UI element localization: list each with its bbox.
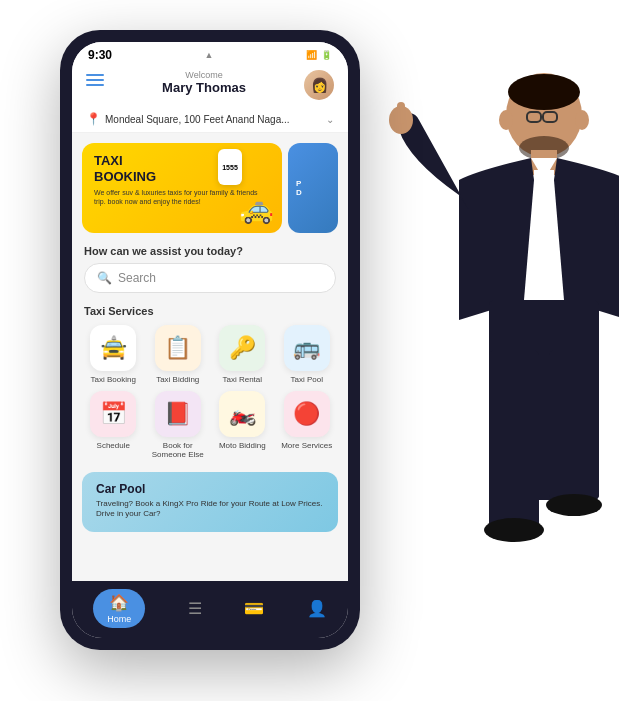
schedule-label: Schedule — [97, 441, 130, 451]
service-moto-bidding[interactable]: 🏍️ Moto Bidding — [213, 391, 272, 460]
user-name: Mary Thomas — [104, 80, 304, 95]
menu-line-1 — [86, 74, 104, 76]
taxi-booking-banner[interactable]: TAXIBOOKING We offer suv & luxuries taxi… — [82, 143, 282, 233]
schedule-icon: 📅 — [100, 401, 127, 427]
book-someone-icon: 📕 — [164, 401, 191, 427]
taxi-booking-icon-box: 🚖 — [90, 325, 136, 371]
carpool-title: Car Pool — [96, 482, 324, 496]
service-taxi-bidding[interactable]: 📋 Taxi Bidding — [149, 325, 208, 385]
location-pin-icon: 📍 — [86, 112, 101, 126]
svg-rect-11 — [534, 170, 554, 300]
avatar-emoji: 👩 — [311, 77, 328, 93]
book-someone-label: Book for Someone Else — [149, 441, 208, 460]
welcome-text: Welcome — [104, 70, 304, 80]
nav-list-icon: ☰ — [188, 599, 202, 618]
moto-bidding-icon-box: 🏍️ — [219, 391, 265, 437]
battery-icon: 🔋 — [321, 50, 332, 60]
service-book-someone-else[interactable]: 📕 Book for Someone Else — [149, 391, 208, 460]
header-center: Welcome Mary Thomas — [104, 70, 304, 95]
menu-button[interactable] — [86, 74, 104, 86]
taxi-booking-icon: 🚖 — [100, 335, 127, 361]
search-placeholder: Search — [118, 271, 156, 285]
home-icon: 🏠 — [109, 593, 129, 612]
phone-outer-shell: 9:30 ▲ 📶 🔋 Welcome Mary Thomas — [60, 30, 360, 650]
moto-bidding-label: Moto Bidding — [219, 441, 266, 451]
assist-title: How can we assist you today? — [84, 245, 336, 257]
taxi-rental-icon: 🔑 — [229, 335, 256, 361]
app-header: Welcome Mary Thomas 👩 — [72, 64, 348, 108]
taxi-pool-label: Taxi Pool — [291, 375, 323, 385]
nav-wallet-icon: 💳 — [244, 599, 264, 618]
nav-home[interactable]: 🏠 Home — [93, 589, 145, 628]
nav-home-label: Home — [107, 614, 131, 624]
taxi-booking-label: Taxi Booking — [91, 375, 136, 385]
search-icon: 🔍 — [97, 271, 112, 285]
svg-point-15 — [484, 518, 544, 542]
menu-line-3 — [86, 84, 104, 86]
services-grid: 🚖 Taxi Booking 📋 Taxi Bidding — [84, 325, 336, 460]
taxi-rental-icon-box: 🔑 — [219, 325, 265, 371]
banner-row: TAXIBOOKING We offer suv & luxuries taxi… — [72, 133, 348, 239]
service-more[interactable]: 🔴 More Services — [278, 391, 337, 460]
svg-point-16 — [546, 494, 602, 516]
carpool-banner[interactable]: Car Pool Traveling? Book a KingX Pro Rid… — [82, 472, 338, 532]
bottom-nav: 🏠 Home ☰ 💳 👤 — [72, 581, 348, 638]
wifi-icon: 📶 — [306, 50, 317, 60]
mini-phone-graphic: 1555 — [218, 149, 242, 185]
services-title: Taxi Services — [84, 305, 336, 317]
taxi-pool-icon: 🚌 — [293, 335, 320, 361]
service-taxi-booking[interactable]: 🚖 Taxi Booking — [84, 325, 143, 385]
menu-line-2 — [86, 79, 104, 81]
svg-rect-13 — [489, 350, 539, 530]
status-bar: 9:30 ▲ 📶 🔋 — [72, 42, 348, 64]
phone-screen: 9:30 ▲ 📶 🔋 Welcome Mary Thomas — [72, 42, 348, 638]
service-taxi-pool[interactable]: 🚌 Taxi Pool — [278, 325, 337, 385]
scroll-content: TAXIBOOKING We offer suv & luxuries taxi… — [72, 133, 348, 581]
more-services-icon: 🔴 — [293, 401, 320, 427]
taxi-car-icon: 🚕 — [239, 192, 274, 225]
service-schedule[interactable]: 📅 Schedule — [84, 391, 143, 460]
nav-profile[interactable]: 👤 — [307, 599, 327, 618]
businessman-figure — [349, 0, 619, 701]
svg-rect-19 — [397, 102, 405, 124]
status-arrow: ▲ — [205, 50, 214, 60]
nav-menu[interactable]: ☰ — [188, 599, 202, 618]
promo-letter-p: P — [296, 179, 330, 188]
svg-rect-14 — [549, 350, 599, 500]
taxi-bidding-icon: 📋 — [164, 335, 191, 361]
taxi-bidding-label: Taxi Bidding — [156, 375, 199, 385]
taxi-bidding-icon-box: 📋 — [155, 325, 201, 371]
services-section: Taxi Services 🚖 Taxi Booking 📋 — [72, 297, 348, 464]
service-taxi-rental[interactable]: 🔑 Taxi Rental — [213, 325, 272, 385]
location-chevron-icon: ⌄ — [326, 114, 334, 125]
phone-mockup: 9:30 ▲ 📶 🔋 Welcome Mary Thomas — [60, 30, 360, 670]
nav-wallet[interactable]: 💳 — [244, 599, 264, 618]
schedule-icon-box: 📅 — [90, 391, 136, 437]
svg-point-1 — [508, 74, 580, 110]
status-time: 9:30 — [88, 48, 112, 62]
taxi-rental-label: Taxi Rental — [222, 375, 262, 385]
location-bar[interactable]: 📍 Mondeal Square, 100 Feet Anand Naga...… — [72, 108, 348, 133]
more-services-label: More Services — [281, 441, 332, 451]
assist-section: How can we assist you today? 🔍 Search — [72, 239, 348, 297]
svg-point-6 — [575, 110, 589, 130]
nav-profile-icon: 👤 — [307, 599, 327, 618]
avatar[interactable]: 👩 — [304, 70, 334, 100]
promo-letter-d: D — [296, 188, 330, 197]
location-text: Mondeal Square, 100 Feet Anand Naga... — [105, 114, 322, 125]
status-icons: 📶 🔋 — [306, 50, 332, 60]
promo-banner[interactable]: P D — [288, 143, 338, 233]
carpool-subtitle: Traveling? Book a KingX Pro Ride for you… — [96, 499, 324, 520]
more-services-icon-box: 🔴 — [284, 391, 330, 437]
book-someone-icon-box: 📕 — [155, 391, 201, 437]
moto-bidding-icon: 🏍️ — [229, 401, 256, 427]
taxi-banner-title: TAXIBOOKING — [94, 153, 270, 184]
taxi-pool-icon-box: 🚌 — [284, 325, 330, 371]
search-bar[interactable]: 🔍 Search — [84, 263, 336, 293]
mini-phone-label: 1555 — [222, 164, 238, 171]
svg-point-5 — [499, 110, 513, 130]
